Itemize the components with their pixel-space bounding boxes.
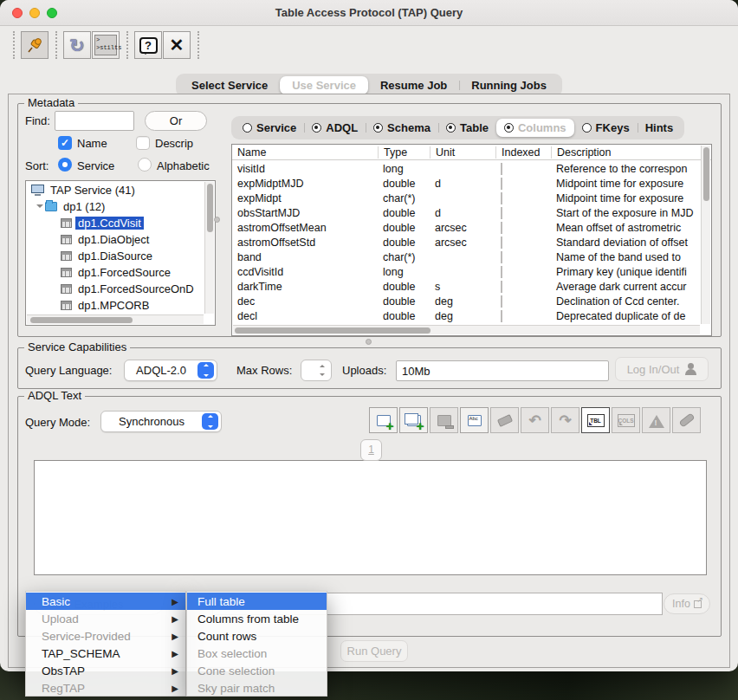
pin-window-button[interactable] (21, 31, 49, 59)
service-capabilities-legend: Service Capabilities (24, 341, 130, 353)
tab-use-service[interactable]: Use Service (280, 76, 368, 94)
menu-item-full-table[interactable]: Full table (187, 593, 327, 610)
insert-table-button[interactable]: TBL (581, 407, 610, 433)
indexed-checkbox[interactable] (501, 237, 502, 249)
tree-row-table[interactable]: dp1.MPCORB (26, 297, 204, 314)
redo-button[interactable]: ↷ (551, 407, 579, 433)
tree-hscroll-thumb[interactable] (30, 317, 133, 323)
indexed-checkbox[interactable] (501, 281, 502, 293)
menu-item-cone-selection[interactable]: Cone selection (187, 662, 327, 679)
view-tab-columns[interactable]: Columns (496, 119, 574, 137)
tab-resume-job[interactable]: Resume Job (368, 76, 459, 94)
header-description[interactable]: Description (551, 146, 711, 159)
indexed-checkbox[interactable] (501, 310, 502, 322)
descrip-checkbox[interactable] (136, 136, 150, 150)
stilts-button[interactable]: > >stilts (92, 31, 120, 59)
indexed-checkbox[interactable] (501, 251, 502, 263)
view-tab-schema[interactable]: Schema (366, 119, 438, 137)
tree-row-table[interactable]: dp1.CcdVisit (26, 215, 204, 231)
tree-row-root[interactable]: TAP Service (41) (26, 182, 204, 198)
header-name[interactable]: Name (232, 146, 378, 159)
copy-tab-button[interactable]: + (399, 407, 428, 433)
indexed-checkbox[interactable] (501, 178, 502, 190)
table-row[interactable]: bandchar(*)Name of the band used to (232, 250, 701, 264)
reload-button[interactable]: ↻ (63, 31, 91, 59)
menu-item-columns-from-table[interactable]: Columns from table (187, 610, 327, 627)
view-tab-table[interactable]: Table (438, 119, 496, 137)
table-row[interactable]: expMidptchar(*)Midpoint time for exposur… (232, 191, 701, 205)
tree-row-table[interactable]: dp1.ForcedSourceOnD (26, 281, 204, 297)
rename-tab-button[interactable]: Abc (460, 407, 489, 433)
table-hscroll-thumb[interactable] (235, 327, 430, 334)
cell-type: double (378, 310, 430, 322)
splitter-handle[interactable] (214, 217, 220, 223)
menu-item-basic[interactable]: Basic▶ (26, 593, 185, 610)
table-row[interactable]: astromOffsetStddoublearcsecStandard devi… (232, 235, 701, 250)
table-row[interactable]: visitIdlongReference to the correspon (232, 161, 701, 176)
adql-sheet-tab-1[interactable]: 1 (360, 439, 382, 461)
tree-row-table[interactable]: dp1.DiaObject (26, 231, 204, 248)
query-mode-dropdown[interactable]: Synchronous (100, 411, 222, 432)
menu-item-tap-schema[interactable]: TAP_SCHEMA▶ (26, 645, 185, 662)
menu-item-box-selection[interactable]: Box selection (187, 645, 327, 662)
query-language-dropdown[interactable]: ADQL-2.0 (124, 360, 217, 381)
sort-service-radio[interactable] (58, 158, 72, 172)
help-button[interactable]: ? (134, 31, 162, 59)
menu-item-regtap[interactable]: RegTAP▶ (26, 679, 185, 697)
undo-button[interactable]: ↶ (521, 407, 549, 433)
table-row[interactable]: expMidptMJDdoubledMidpoint time for expo… (232, 176, 701, 191)
indexed-checkbox[interactable] (501, 163, 502, 175)
view-tab-service[interactable]: Service (235, 119, 304, 137)
indexed-checkbox[interactable] (501, 222, 502, 234)
header-indexed[interactable]: Indexed (495, 146, 551, 159)
menu-item-sky-pair-match[interactable]: Sky pair match (187, 679, 327, 697)
view-tab-hints[interactable]: Hints (638, 119, 682, 137)
clear-text-button[interactable] (490, 407, 519, 433)
menu-item-count-rows[interactable]: Count rows (187, 627, 327, 645)
indexed-checkbox[interactable] (501, 266, 502, 278)
login-button[interactable]: Log In/Out (615, 357, 709, 381)
find-input[interactable] (55, 111, 134, 131)
table-vscroll-thumb[interactable] (703, 147, 709, 201)
info-button[interactable]: Info (664, 593, 710, 614)
run-query-button[interactable]: Run Query (340, 640, 408, 662)
name-checkbox[interactable]: ✓ (58, 136, 72, 150)
or-button[interactable]: Or (145, 111, 207, 131)
header-type[interactable]: Type (378, 146, 430, 159)
titlebar[interactable]: Table Access Protocol (TAP) Query (0, 0, 738, 26)
uploads-field[interactable]: 10Mb (396, 360, 609, 381)
indexed-checkbox[interactable] (501, 207, 502, 219)
insert-columns-button[interactable]: COLS (612, 407, 640, 433)
tab-select-service[interactable]: Select Service (179, 76, 280, 94)
tree-vscroll-thumb[interactable] (207, 184, 213, 232)
service-icon (31, 185, 44, 196)
menu-item-upload[interactable]: Upload▶ (26, 610, 185, 627)
menu-item-obstap[interactable]: ObsTAP▶ (26, 662, 185, 679)
table-row[interactable]: ccdVisitIdlongPrimary key (unique identi… (232, 264, 701, 279)
close-dialog-button[interactable]: ✕ (163, 31, 191, 59)
fix-syntax-button[interactable] (672, 407, 701, 433)
tree-row-schema[interactable]: dp1 (12) (26, 198, 204, 215)
menu-item-service-provided[interactable]: Service-Provided▶ (26, 627, 185, 645)
sort-alphabetic-radio[interactable] (138, 158, 152, 172)
indexed-checkbox[interactable] (501, 192, 502, 204)
table-row[interactable]: decldoubledegDeprecated duplicate of de (232, 308, 701, 323)
syntax-warning-button[interactable] (642, 407, 670, 433)
indexed-checkbox[interactable] (501, 295, 502, 308)
header-unit[interactable]: Unit (430, 146, 495, 159)
table-row[interactable]: decdoubledegDeclination of Ccd center. (232, 294, 701, 308)
table-row[interactable]: obsStartMJDdoubledStart of the exposure … (232, 205, 701, 220)
view-tab-fkeys[interactable]: FKeys (574, 119, 638, 137)
remove-tab-button[interactable] (430, 407, 458, 433)
add-tab-button[interactable]: + (369, 407, 398, 433)
adql-textarea[interactable] (34, 460, 707, 575)
table-row[interactable]: darkTimedoublesAverage dark current accu… (232, 279, 701, 294)
view-tab-adql[interactable]: ADQL (304, 119, 366, 137)
cell-unit: arcsec (430, 237, 495, 249)
tree-row-table[interactable]: dp1.DiaSource (26, 248, 204, 264)
panel-splitter-handle[interactable] (366, 339, 372, 345)
max-rows-spinner[interactable] (301, 360, 332, 381)
tab-running-jobs[interactable]: Running Jobs (459, 76, 559, 94)
table-row[interactable]: astromOffsetMeandoublearcsecMean offset … (232, 220, 701, 235)
tree-row-table[interactable]: dp1.ForcedSource (26, 264, 204, 281)
